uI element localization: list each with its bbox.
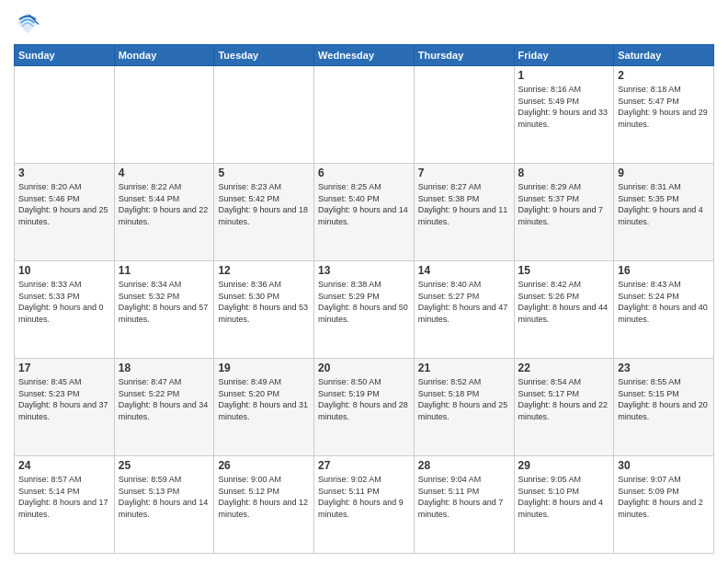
day-number: 15 [518, 264, 610, 277]
calendar-cell: 28Sunrise: 9:04 AM Sunset: 5:11 PM Dayli… [414, 456, 514, 554]
cell-text: Sunrise: 8:36 AM Sunset: 5:30 PM Dayligh… [218, 279, 310, 325]
calendar-cell: 1Sunrise: 8:16 AM Sunset: 5:49 PM Daylig… [514, 66, 614, 164]
calendar-cell: 12Sunrise: 8:36 AM Sunset: 5:30 PM Dayli… [214, 261, 314, 359]
header [14, 9, 714, 37]
calendar-cell: 25Sunrise: 8:59 AM Sunset: 5:13 PM Dayli… [114, 456, 214, 554]
day-number: 17 [18, 362, 110, 374]
day-number: 18 [119, 362, 210, 374]
day-number: 23 [618, 362, 710, 374]
weekday-header-row: SundayMondayTuesdayWednesdayThursdayFrid… [15, 45, 714, 66]
calendar-week-row: 24Sunrise: 8:57 AM Sunset: 5:14 PM Dayli… [15, 456, 714, 554]
cell-text: Sunrise: 8:16 AM Sunset: 5:49 PM Dayligh… [518, 84, 610, 130]
day-number: 25 [119, 459, 210, 472]
day-number: 14 [418, 264, 510, 277]
page: SundayMondayTuesdayWednesdayThursdayFrid… [0, 0, 728, 563]
calendar-cell: 23Sunrise: 8:55 AM Sunset: 5:15 PM Dayli… [614, 359, 714, 456]
logo [14, 9, 45, 37]
day-number: 5 [218, 167, 310, 179]
cell-text: Sunrise: 8:23 AM Sunset: 5:42 PM Dayligh… [218, 181, 310, 227]
day-number: 3 [18, 167, 110, 179]
cell-text: Sunrise: 9:00 AM Sunset: 5:12 PM Dayligh… [218, 474, 310, 520]
calendar-cell: 24Sunrise: 8:57 AM Sunset: 5:14 PM Dayli… [15, 456, 115, 554]
cell-text: Sunrise: 8:49 AM Sunset: 5:20 PM Dayligh… [218, 376, 310, 422]
logo-icon [14, 9, 41, 37]
weekday-header: Saturday [614, 45, 714, 66]
calendar: SundayMondayTuesdayWednesdayThursdayFrid… [14, 44, 714, 554]
calendar-cell: 6Sunrise: 8:25 AM Sunset: 5:40 PM Daylig… [314, 164, 415, 261]
weekday-header: Wednesday [314, 45, 415, 66]
calendar-cell: 29Sunrise: 9:05 AM Sunset: 5:10 PM Dayli… [514, 456, 614, 554]
cell-text: Sunrise: 8:18 AM Sunset: 5:47 PM Dayligh… [618, 84, 710, 130]
cell-text: Sunrise: 8:45 AM Sunset: 5:23 PM Dayligh… [18, 376, 110, 422]
day-number: 8 [518, 167, 610, 179]
cell-text: Sunrise: 8:25 AM Sunset: 5:40 PM Dayligh… [318, 181, 410, 227]
cell-text: Sunrise: 9:02 AM Sunset: 5:11 PM Dayligh… [318, 474, 410, 520]
calendar-cell: 7Sunrise: 8:27 AM Sunset: 5:38 PM Daylig… [414, 164, 514, 261]
calendar-cell: 3Sunrise: 8:20 AM Sunset: 5:46 PM Daylig… [15, 164, 115, 261]
day-number: 7 [418, 167, 510, 179]
calendar-cell: 17Sunrise: 8:45 AM Sunset: 5:23 PM Dayli… [15, 359, 115, 456]
weekday-header: Tuesday [214, 45, 314, 66]
cell-text: Sunrise: 8:57 AM Sunset: 5:14 PM Dayligh… [18, 474, 110, 520]
calendar-cell: 19Sunrise: 8:49 AM Sunset: 5:20 PM Dayli… [214, 359, 314, 456]
weekday-header: Friday [514, 45, 614, 66]
calendar-week-row: 1Sunrise: 8:16 AM Sunset: 5:49 PM Daylig… [15, 66, 714, 164]
calendar-cell: 21Sunrise: 8:52 AM Sunset: 5:18 PM Dayli… [414, 359, 514, 456]
cell-text: Sunrise: 8:54 AM Sunset: 5:17 PM Dayligh… [518, 376, 610, 422]
cell-text: Sunrise: 8:55 AM Sunset: 5:15 PM Dayligh… [618, 376, 710, 422]
calendar-cell: 13Sunrise: 8:38 AM Sunset: 5:29 PM Dayli… [314, 261, 415, 359]
cell-text: Sunrise: 8:43 AM Sunset: 5:24 PM Dayligh… [618, 279, 710, 325]
cell-text: Sunrise: 9:05 AM Sunset: 5:10 PM Dayligh… [518, 474, 610, 520]
day-number: 28 [418, 459, 510, 472]
day-number: 1 [518, 69, 610, 82]
calendar-cell: 20Sunrise: 8:50 AM Sunset: 5:19 PM Dayli… [314, 359, 415, 456]
calendar-cell: 9Sunrise: 8:31 AM Sunset: 5:35 PM Daylig… [614, 164, 714, 261]
calendar-cell: 30Sunrise: 9:07 AM Sunset: 5:09 PM Dayli… [614, 456, 714, 554]
calendar-cell: 2Sunrise: 8:18 AM Sunset: 5:47 PM Daylig… [614, 66, 714, 164]
cell-text: Sunrise: 8:52 AM Sunset: 5:18 PM Dayligh… [418, 376, 510, 422]
cell-text: Sunrise: 8:40 AM Sunset: 5:27 PM Dayligh… [418, 279, 510, 325]
cell-text: Sunrise: 8:33 AM Sunset: 5:33 PM Dayligh… [18, 279, 110, 325]
day-number: 12 [218, 264, 310, 277]
weekday-header: Sunday [15, 45, 115, 66]
cell-text: Sunrise: 8:34 AM Sunset: 5:32 PM Dayligh… [119, 279, 210, 325]
weekday-header: Thursday [414, 45, 514, 66]
cell-text: Sunrise: 8:42 AM Sunset: 5:26 PM Dayligh… [518, 279, 610, 325]
day-number: 27 [318, 459, 410, 472]
day-number: 6 [318, 167, 410, 179]
cell-text: Sunrise: 8:47 AM Sunset: 5:22 PM Dayligh… [119, 376, 210, 422]
calendar-cell [114, 66, 214, 164]
calendar-cell: 26Sunrise: 9:00 AM Sunset: 5:12 PM Dayli… [214, 456, 314, 554]
cell-text: Sunrise: 8:22 AM Sunset: 5:44 PM Dayligh… [119, 181, 210, 227]
cell-text: Sunrise: 8:29 AM Sunset: 5:37 PM Dayligh… [518, 181, 610, 227]
cell-text: Sunrise: 8:59 AM Sunset: 5:13 PM Dayligh… [119, 474, 210, 520]
day-number: 9 [618, 167, 710, 179]
calendar-cell [414, 66, 514, 164]
day-number: 30 [618, 459, 710, 472]
calendar-cell: 16Sunrise: 8:43 AM Sunset: 5:24 PM Dayli… [614, 261, 714, 359]
calendar-cell: 5Sunrise: 8:23 AM Sunset: 5:42 PM Daylig… [214, 164, 314, 261]
day-number: 26 [218, 459, 310, 472]
calendar-cell [314, 66, 415, 164]
day-number: 16 [618, 264, 710, 277]
calendar-week-row: 17Sunrise: 8:45 AM Sunset: 5:23 PM Dayli… [15, 359, 714, 456]
cell-text: Sunrise: 8:27 AM Sunset: 5:38 PM Dayligh… [418, 181, 510, 227]
calendar-cell [15, 66, 115, 164]
day-number: 4 [119, 167, 210, 179]
day-number: 29 [518, 459, 610, 472]
day-number: 21 [418, 362, 510, 374]
calendar-cell [214, 66, 314, 164]
day-number: 10 [18, 264, 110, 277]
calendar-week-row: 10Sunrise: 8:33 AM Sunset: 5:33 PM Dayli… [15, 261, 714, 359]
cell-text: Sunrise: 8:38 AM Sunset: 5:29 PM Dayligh… [318, 279, 410, 325]
day-number: 22 [518, 362, 610, 374]
calendar-cell: 8Sunrise: 8:29 AM Sunset: 5:37 PM Daylig… [514, 164, 614, 261]
calendar-week-row: 3Sunrise: 8:20 AM Sunset: 5:46 PM Daylig… [15, 164, 714, 261]
day-number: 11 [119, 264, 210, 277]
cell-text: Sunrise: 8:20 AM Sunset: 5:46 PM Dayligh… [18, 181, 110, 227]
calendar-cell: 22Sunrise: 8:54 AM Sunset: 5:17 PM Dayli… [514, 359, 614, 456]
calendar-cell: 27Sunrise: 9:02 AM Sunset: 5:11 PM Dayli… [314, 456, 415, 554]
calendar-cell: 10Sunrise: 8:33 AM Sunset: 5:33 PM Dayli… [15, 261, 115, 359]
day-number: 20 [318, 362, 410, 374]
day-number: 19 [218, 362, 310, 374]
